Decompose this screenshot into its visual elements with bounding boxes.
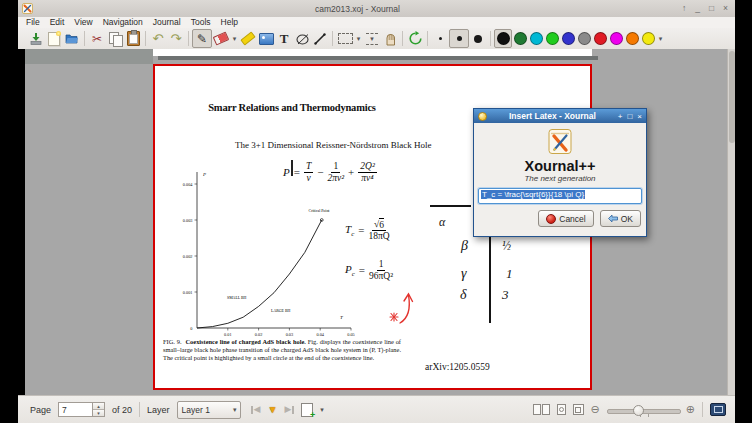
last-page-button[interactable]: ▶: [284, 405, 294, 414]
ok-button[interactable]: OK: [600, 210, 641, 227]
zoom-slider-handle[interactable]: [633, 405, 644, 416]
redo-icon[interactable]: ↷: [167, 30, 185, 48]
pen-size-thick-icon[interactable]: [469, 30, 487, 48]
menu-file[interactable]: File: [21, 17, 45, 28]
menu-journal[interactable]: Journal: [148, 17, 186, 28]
pen-size-medium-icon[interactable]: [449, 29, 469, 48]
highlighter-icon[interactable]: [239, 30, 257, 48]
dialog-maximize-button[interactable]: □: [627, 112, 632, 121]
page-spin-up[interactable]: ▴: [93, 403, 104, 410]
handwritten-value-half: ½: [502, 239, 511, 254]
vertical-space-icon[interactable]: ▼: [363, 30, 381, 48]
svg-text:0: 0: [190, 326, 192, 331]
text-icon[interactable]: T: [275, 30, 293, 48]
color-red-swatch[interactable]: [592, 30, 608, 47]
layer-label: Layer: [147, 405, 170, 415]
menu-help[interactable]: Help: [216, 17, 243, 28]
cancel-icon: [546, 214, 556, 224]
page-spinner[interactable]: 7 ▴ ▾: [58, 402, 105, 417]
minimize-button[interactable]: _: [695, 4, 700, 13]
next-annotated-page-button[interactable]: ▼: [268, 405, 278, 415]
page-spinner-value[interactable]: 7: [58, 402, 92, 417]
open-icon[interactable]: [63, 30, 81, 48]
color-gray-swatch[interactable]: [576, 30, 592, 47]
latex-input[interactable]: T_c = \frac{\sqrt{6}}{18 \pi Q}: [478, 188, 642, 204]
new-page-button[interactable]: [301, 403, 313, 417]
shade-button[interactable]: ↑: [682, 4, 686, 13]
image-icon[interactable]: [257, 30, 275, 48]
single-page-view-icon[interactable]: [557, 404, 566, 415]
left-black-strip: [18, 49, 25, 395]
status-bar: Page 7 ▴ ▾ of 20 Layer Layer 1 ▾ ◀ ▼ ▶ ▾…: [18, 395, 735, 423]
dialog-close-button[interactable]: ×: [637, 112, 642, 121]
hand-icon[interactable]: [381, 30, 399, 48]
default-pen-icon[interactable]: [406, 30, 424, 48]
eraser-dropdown-chevron[interactable]: ▾: [230, 30, 239, 48]
vertical-scrollbar[interactable]: [727, 49, 735, 395]
workspace-shade-band: [25, 49, 153, 64]
fullscreen-icon[interactable]: [710, 403, 726, 416]
svg-text:0.004: 0.004: [183, 182, 194, 187]
paper-title: Smarr Relations and Thermodynamics: [203, 102, 381, 113]
page-actions-chevron[interactable]: ▾: [320, 406, 324, 414]
zoom-slider-track[interactable]: [607, 409, 681, 414]
menu-view[interactable]: View: [69, 17, 97, 28]
color-green-swatch[interactable]: [544, 30, 560, 47]
insert-latex-dialog: Insert Latex - Xournal + □ × Xournal++ T…: [473, 108, 647, 237]
dialog-title-bar[interactable]: Insert Latex - Xournal + □ ×: [474, 109, 646, 123]
scrollbar-thumb[interactable]: [729, 51, 735, 143]
close-button[interactable]: ×: [723, 4, 728, 13]
dialog-shade-button[interactable]: +: [618, 112, 623, 121]
color-magenta-swatch[interactable]: [608, 30, 624, 47]
color-dropdown-chevron[interactable]: ▾: [656, 30, 665, 48]
ruler-icon[interactable]: [311, 30, 329, 48]
screen: cam2013.xoj - Xournal ↑ _ □ × File Edit …: [0, 0, 752, 423]
handwritten-gamma: γ: [461, 266, 467, 282]
page-count-label: of 20: [112, 405, 132, 415]
shape-recognizer-icon[interactable]: [293, 30, 311, 48]
new-journal-icon[interactable]: [45, 30, 63, 48]
xournalpp-name: Xournal++: [474, 158, 646, 174]
color-palette: [494, 29, 656, 48]
color-light-blue-swatch[interactable]: [528, 30, 544, 47]
cut-icon[interactable]: ✂: [88, 30, 106, 48]
svg-text:0.01: 0.01: [224, 332, 232, 337]
layer-combo[interactable]: Layer 1 ▾: [177, 401, 241, 419]
copy-icon[interactable]: [106, 30, 124, 48]
pc-formula: Pc = 196πQ²: [345, 259, 393, 282]
layer-combo-chevron: ▾: [233, 406, 237, 414]
eraser-icon[interactable]: [212, 30, 230, 48]
menu-edit[interactable]: Edit: [45, 17, 70, 28]
menu-tools[interactable]: Tools: [186, 17, 216, 28]
page-spin-down[interactable]: ▾: [93, 410, 104, 416]
color-blue-swatch[interactable]: [560, 30, 576, 47]
undo-icon[interactable]: ↶: [149, 30, 167, 48]
color-dark-green-swatch[interactable]: [512, 30, 528, 47]
zoom-in-button[interactable]: ⊕: [686, 404, 695, 415]
rect-select-icon[interactable]: [336, 30, 354, 48]
page-label: Page: [30, 405, 51, 415]
paste-icon[interactable]: [124, 30, 142, 48]
dual-page-view-icon[interactable]: [533, 404, 550, 415]
fit-page-icon[interactable]: [573, 404, 584, 415]
xournalpp-logo: [548, 128, 572, 155]
ok-arrow-icon: [608, 214, 618, 223]
tc-formula: Tc = √618πQ: [345, 219, 390, 242]
cancel-button[interactable]: Cancel: [538, 210, 593, 227]
menu-navigation[interactable]: Navigation: [98, 17, 148, 28]
xournal-window: cam2013.xoj - Xournal ↑ _ □ × File Edit …: [18, 0, 735, 423]
handwritten-value-three: 3: [502, 287, 509, 303]
color-black-swatch[interactable]: [494, 29, 512, 48]
pen-icon[interactable]: ✎: [192, 29, 212, 48]
pen-size-fine-icon[interactable]: [431, 30, 449, 48]
select-dropdown-chevron[interactable]: ▾: [354, 30, 363, 48]
zoom-out-button[interactable]: ⊖: [591, 404, 600, 415]
svg-text:0.03: 0.03: [286, 332, 294, 337]
first-page-button[interactable]: ◀: [251, 405, 261, 414]
maximize-button[interactable]: □: [709, 4, 714, 13]
save-icon[interactable]: [27, 30, 45, 48]
color-yellow-swatch[interactable]: [640, 30, 656, 47]
zoom-slider[interactable]: [607, 405, 679, 415]
color-orange-swatch[interactable]: [624, 30, 640, 47]
handwritten-hline: [430, 205, 471, 207]
